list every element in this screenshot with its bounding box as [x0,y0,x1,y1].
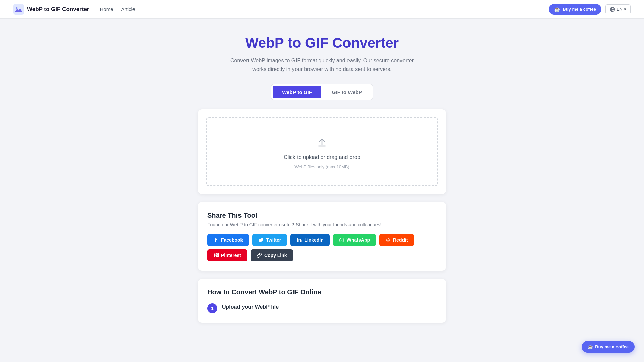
facebook-icon [213,237,219,243]
main-content: WebP to GIF Converter Convert WebP image… [191,19,453,336]
facebook-label: Facebook [221,237,243,243]
whatsapp-label: WhatsApp [347,237,370,243]
svg-point-10 [388,238,389,239]
tab-webp-to-gif[interactable]: WebP to GIF [273,86,321,98]
copy-link-label: Copy Link [264,253,287,258]
svg-point-9 [388,240,389,241]
facebook-share-button[interactable]: Facebook [207,234,249,246]
linkedin-icon [297,237,302,243]
whatsapp-share-button[interactable]: WhatsApp [333,234,376,246]
share-buttons: Facebook Twitter LinkedIn [207,234,437,261]
reddit-label: Reddit [393,237,408,243]
svg-rect-0 [13,4,24,15]
twitter-share-button[interactable]: Twitter [252,234,287,246]
svg-point-11 [389,240,390,241]
reddit-icon [385,237,391,243]
logo-area: WebP to GIF Converter [13,4,89,15]
floating-coffee-label: Buy me a coffee [595,344,629,349]
whatsapp-icon [339,237,344,243]
language-label: EN [616,7,623,12]
navbar-right: ☕ Buy me a coffee EN ▾ [549,4,631,15]
buy-coffee-button[interactable]: ☕ Buy me a coffee [549,4,601,15]
page-title: WebP to GIF Converter [198,35,446,51]
copy-link-icon [257,253,262,258]
share-description: Found our WebP to GIF converter useful? … [207,222,437,227]
share-title: Share This Tool [207,212,437,219]
coffee-icon: ☕ [554,6,560,12]
howto-step-1: 1 Upload your WebP file [207,303,437,313]
svg-rect-4 [297,239,298,243]
navbar-left: WebP to GIF Converter Home Article [13,4,135,15]
pinterest-label: Pinterest [221,253,241,258]
tabs-container: WebP to GIF GIF to WebP [198,84,446,100]
svg-point-1 [16,7,18,9]
nav-links: Home Article [100,6,135,12]
nav-article[interactable]: Article [121,6,135,12]
step-1-text: Upload your WebP file [222,303,279,310]
upload-subtext: WebP files only (max 10MB) [294,164,350,169]
floating-coffee-icon: ☕ [588,344,593,349]
step-1-number: 1 [207,303,217,313]
howto-title: How to Convert WebP to GIF Online [207,288,437,296]
svg-point-5 [297,238,298,239]
nav-home[interactable]: Home [100,6,113,12]
buy-coffee-label: Buy me a coffee [562,7,596,12]
linkedin-label: LinkedIn [304,237,324,243]
navbar: WebP to GIF Converter Home Article ☕ Buy… [0,0,644,19]
linkedin-share-button[interactable]: LinkedIn [290,234,330,246]
twitter-label: Twitter [266,237,281,243]
pinterest-icon [213,253,219,258]
logo-text: WebP to GIF Converter [27,6,89,13]
reddit-share-button[interactable]: Reddit [379,234,414,246]
upload-click-text: Click to upload or drag and drop [284,154,360,160]
hero-description: Convert WebP images to GIF format quickl… [228,56,416,73]
upload-icon [314,134,330,150]
svg-point-12 [386,240,387,241]
chevron-down-icon: ▾ [624,7,626,12]
svg-point-8 [387,240,388,241]
globe-icon [610,7,615,12]
logo-icon [13,4,24,15]
upload-card: Click to upload or drag and drop WebP fi… [198,109,446,194]
floating-coffee-button[interactable]: ☕ Buy me a coffee [582,341,635,353]
twitter-icon [258,237,264,243]
copy-link-button[interactable]: Copy Link [251,249,293,261]
tab-gif-to-webp[interactable]: GIF to WebP [323,86,371,98]
pinterest-share-button[interactable]: Pinterest [207,249,247,261]
upload-area[interactable]: Click to upload or drag and drop WebP fi… [206,117,438,186]
language-button[interactable]: EN ▾ [605,4,631,14]
share-card: Share This Tool Found our WebP to GIF co… [198,202,446,271]
tabs: WebP to GIF GIF to WebP [271,84,373,100]
howto-card: How to Convert WebP to GIF Online 1 Uplo… [198,279,446,323]
